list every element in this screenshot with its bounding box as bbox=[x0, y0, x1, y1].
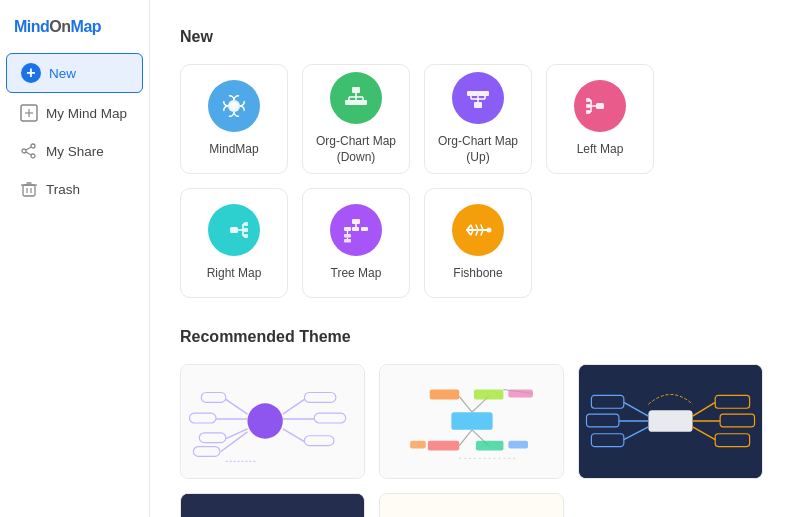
svg-rect-48 bbox=[244, 228, 248, 232]
mindmap-label: MindMap bbox=[209, 142, 258, 158]
sidebar-item-new-label: New bbox=[49, 66, 76, 81]
svg-rect-40 bbox=[586, 110, 590, 114]
svg-rect-21 bbox=[352, 100, 360, 105]
right-map-label: Right Map bbox=[207, 266, 262, 282]
svg-rect-56 bbox=[344, 234, 351, 238]
right-map-icon bbox=[208, 204, 260, 256]
svg-rect-49 bbox=[244, 234, 248, 238]
svg-rect-32 bbox=[596, 103, 604, 109]
svg-rect-100 bbox=[648, 410, 692, 432]
plus-icon: + bbox=[21, 63, 41, 83]
svg-rect-31 bbox=[474, 102, 482, 108]
svg-rect-8 bbox=[23, 185, 35, 196]
svg-point-68 bbox=[247, 403, 282, 438]
svg-point-5 bbox=[22, 149, 26, 153]
svg-rect-54 bbox=[361, 227, 368, 231]
svg-rect-24 bbox=[474, 91, 482, 96]
svg-rect-93 bbox=[428, 441, 459, 451]
map-card-tree-map[interactable]: Tree Map bbox=[302, 188, 410, 298]
org-up-label: Org-Chart Map (Up) bbox=[425, 134, 531, 165]
theme-card-5[interactable] bbox=[379, 493, 564, 517]
map-icon bbox=[20, 104, 38, 122]
map-card-org-up[interactable]: Org-Chart Map (Up) bbox=[424, 64, 532, 174]
svg-point-66 bbox=[487, 228, 492, 233]
sidebar-item-my-share[interactable]: My Share bbox=[6, 133, 143, 169]
sidebar-item-new[interactable]: + New bbox=[6, 53, 143, 93]
left-map-label: Left Map bbox=[577, 142, 624, 158]
svg-rect-20 bbox=[345, 100, 353, 105]
tree-map-icon bbox=[330, 204, 382, 256]
svg-line-7 bbox=[26, 152, 31, 155]
svg-rect-96 bbox=[476, 441, 504, 451]
logo: MindOnMap bbox=[14, 18, 135, 36]
map-card-org-down[interactable]: Org-Chart Map (Down) bbox=[302, 64, 410, 174]
svg-rect-52 bbox=[344, 227, 351, 231]
svg-rect-94 bbox=[410, 441, 426, 449]
mindmap-icon bbox=[208, 80, 260, 132]
fishbone-icon bbox=[452, 204, 504, 256]
sidebar-item-my-mind-map-label: My Mind Map bbox=[46, 106, 127, 121]
svg-line-6 bbox=[26, 147, 31, 150]
sidebar-item-trash[interactable]: Trash bbox=[6, 171, 143, 207]
fishbone-label: Fishbone bbox=[453, 266, 502, 282]
svg-rect-89 bbox=[474, 390, 503, 400]
theme-section-title: Recommended Theme bbox=[180, 328, 770, 346]
org-down-label: Org-Chart Map (Down) bbox=[303, 134, 409, 165]
org-up-icon bbox=[452, 72, 504, 124]
svg-rect-50 bbox=[352, 219, 360, 224]
theme-card-3[interactable] bbox=[578, 364, 763, 479]
svg-rect-85 bbox=[451, 412, 492, 430]
svg-rect-87 bbox=[430, 390, 459, 400]
org-down-icon bbox=[330, 72, 382, 124]
theme-card-4[interactable] bbox=[180, 493, 365, 517]
svg-rect-22 bbox=[359, 100, 367, 105]
svg-rect-127 bbox=[381, 494, 563, 517]
new-section-title: New bbox=[180, 28, 770, 46]
logo-area: MindOnMap bbox=[0, 10, 149, 52]
left-map-icon bbox=[574, 80, 626, 132]
themes-grid bbox=[180, 364, 770, 517]
map-types-grid: MindMap Org-Chart Map (Down) bbox=[180, 64, 770, 298]
map-card-right-map[interactable]: Right Map bbox=[180, 188, 288, 298]
svg-rect-97 bbox=[508, 441, 528, 449]
svg-rect-39 bbox=[586, 104, 590, 108]
sidebar-item-trash-label: Trash bbox=[46, 182, 80, 197]
svg-rect-47 bbox=[244, 222, 248, 226]
trash-icon bbox=[20, 180, 38, 198]
main-content: New MindMap bbox=[150, 0, 800, 517]
sidebar: MindOnMap + New My Mind Map M bbox=[0, 0, 150, 517]
svg-rect-113 bbox=[182, 494, 364, 517]
svg-point-3 bbox=[31, 144, 35, 148]
sidebar-item-my-share-label: My Share bbox=[46, 144, 104, 159]
theme-card-2[interactable] bbox=[379, 364, 564, 479]
map-card-mindmap[interactable]: MindMap bbox=[180, 64, 288, 174]
share-icon bbox=[20, 142, 38, 160]
map-card-left-map[interactable]: Left Map bbox=[546, 64, 654, 174]
theme-card-1[interactable] bbox=[180, 364, 365, 479]
svg-rect-41 bbox=[230, 227, 238, 233]
svg-rect-25 bbox=[481, 91, 489, 96]
sidebar-item-my-mind-map[interactable]: My Mind Map bbox=[6, 95, 143, 131]
svg-rect-38 bbox=[586, 98, 590, 102]
tree-map-label: Tree Map bbox=[331, 266, 382, 282]
svg-rect-53 bbox=[352, 227, 359, 231]
svg-rect-23 bbox=[467, 91, 475, 96]
svg-rect-57 bbox=[344, 239, 351, 243]
svg-rect-14 bbox=[352, 87, 360, 93]
svg-point-4 bbox=[31, 154, 35, 158]
map-card-fishbone[interactable]: Fishbone bbox=[424, 188, 532, 298]
